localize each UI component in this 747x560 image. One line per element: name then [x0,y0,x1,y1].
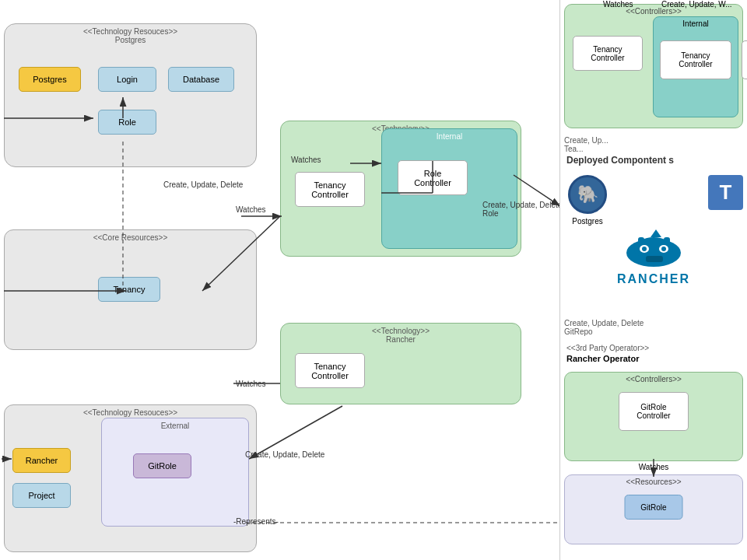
rancher-logo-svg [621,229,687,272]
deployed-section: Deployed Compontent s 🐘 Postgres T [560,152,747,169]
left-panel: <<Technology Resouces>> Postgres Postgre… [0,0,560,560]
watches-label-2: Watches [236,205,266,214]
external-label: External [102,422,248,430]
tech-postgres-box: <<Technology Resouces>> Postgres Postgre… [4,23,257,167]
right-tenancy-ctrl-green: Tenancy Controller [573,36,643,71]
create-update-delete-label-2: Create, Update, Delete [245,450,324,459]
create-update-delete-role-label: Create, Update, Delete-Role [482,201,560,218]
core-resources-label: <<Core Resources>> [5,233,256,242]
gitrole-right-box: GitRole [625,495,683,520]
svg-point-23 [661,247,666,251]
t-icon: T [708,175,743,210]
right-resources-label: <<Resources>> [565,475,742,486]
right-internal-label: Internal [654,17,738,28]
deployed-header: Deployed Compontent s [560,152,747,169]
project-node: Project [12,483,71,508]
right-internal-box: Internal Tenancy Controller Tea Cont... [653,16,738,117]
third-party-section: <<3rd Party Operator>> Rancher Operator … [560,342,747,366]
right-controllers-label2: <<Controllers>> [565,373,742,383]
tenancy-node: Tenancy [98,277,160,302]
right-resources-box: <<Resources>> GitRole [564,474,743,544]
watches-label-1: Watches [291,156,321,164]
create-update-delete-label-1: Create, Update, Delete [163,180,243,189]
tenancy-controller-rancher-box: Tenancy Controller [295,353,365,388]
rancher-logo-area: RANCHER [564,229,743,286]
gitrole-controller-box: GitRole Controller [619,392,689,431]
role-controller-box: Role Controller [398,160,468,195]
rancher-node: Rancher [12,448,71,473]
right-create-tea-label: Create, Up... Tea... [564,136,608,153]
right-tenancy-controller-top: Tenancy Controller [660,40,731,79]
internal-label: Internal [382,132,517,141]
role-node: Role [98,110,156,135]
postgres-right-label: Postgres [572,217,602,226]
postgres-icon: 🐘 [568,175,607,214]
right-controllers-outer: <<Controllers>> Internal Tenancy Control… [564,4,743,128]
login-node: Login [98,67,156,92]
right-top-section: <<Controllers>> Internal Tenancy Control… [560,0,747,148]
internal-teal-box: Internal Role Controller [381,128,517,249]
right-create-top: Create, Update, W... [661,0,732,9]
watches-label-3: Watches [236,380,266,388]
tech-rancher-mid-label: <<Technology>> Rancher [281,327,521,344]
represents-label: -Represents- [233,517,279,526]
third-party-label: <<3rd Party Operator>> [560,342,747,354]
external-box: External GitRole [101,418,249,527]
rancher-logo-text: RANCHER [617,272,690,286]
right-tea-cont: Tea Cont... [742,40,747,79]
right-watches-label: Watches [639,463,669,471]
tenancy-controller-mid-box: Tenancy Controller [295,172,365,207]
core-resources-box: <<Core Resources>> Tenancy [4,229,257,350]
svg-marker-25 [651,229,661,237]
right-panel: <<Controllers>> Internal Tenancy Control… [560,0,747,560]
tech-postgres-label: <<Technology Resouces>> Postgres [5,27,256,44]
svg-rect-24 [646,256,663,262]
database-node: Database [168,67,234,92]
postgres-icon-area: 🐘 Postgres [568,175,607,226]
right-watches-top: Watches [603,0,633,9]
tech-rancher-mid: <<Technology>> Rancher Tenancy Controlle… [280,323,521,404]
gitrole-node: GitRole [133,453,191,478]
postgres-node: Postgres [19,67,81,92]
right-controllers-box2: <<Controllers>> GitRole Controller [564,372,743,461]
svg-point-22 [642,247,647,251]
rancher-operator-label: Rancher Operator [560,354,747,366]
right-create-gitrepo: Create, Update, Delete GitRepo [564,319,644,336]
main-area: <<Technology Resouces>> Postgres Postgre… [0,0,747,560]
